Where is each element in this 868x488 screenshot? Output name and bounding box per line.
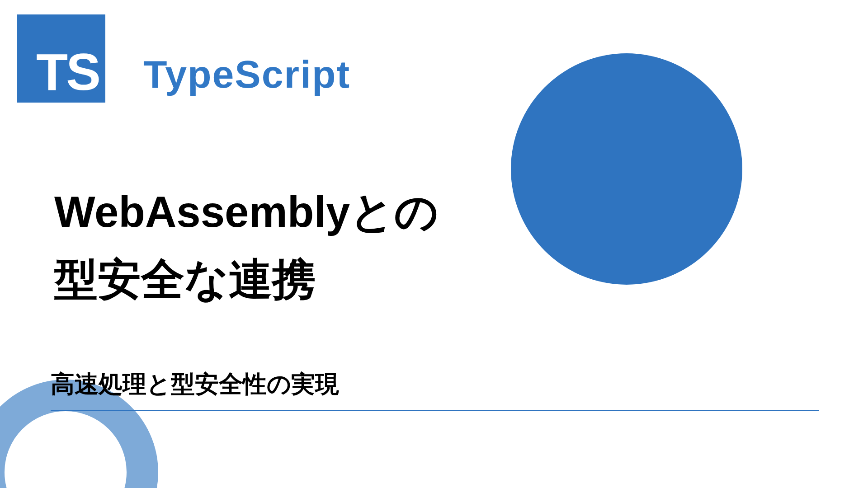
logo-text: TS bbox=[36, 46, 99, 98]
typescript-logo: TS bbox=[17, 14, 105, 103]
slide-subtitle: 高速処理と型安全性の実現 bbox=[51, 368, 819, 410]
slide-title: WebAssemblyとの 型安全な連携 bbox=[54, 178, 439, 313]
decorative-circle-large bbox=[511, 53, 742, 285]
subtitle-underline bbox=[51, 410, 819, 411]
subtitle-section: 高速処理と型安全性の実現 bbox=[51, 368, 819, 411]
title-line-1: WebAssemblyとの bbox=[54, 178, 439, 246]
brand-name: TypeScript bbox=[143, 52, 350, 97]
title-line-2: 型安全な連携 bbox=[54, 246, 439, 313]
